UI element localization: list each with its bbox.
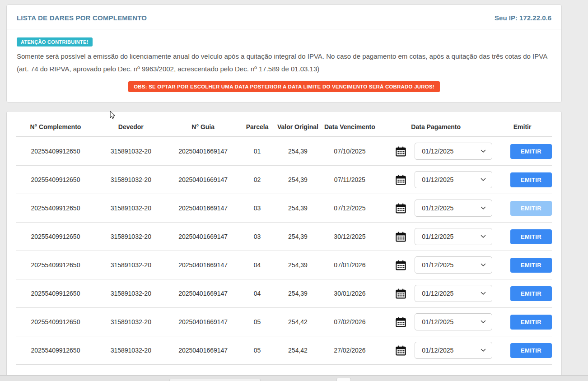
- calendar-icon[interactable]: [395, 316, 406, 328]
- chevron-down-icon: [481, 292, 486, 295]
- cell-guia: 20250401669147: [167, 148, 239, 155]
- header-devedor: Devedor: [95, 123, 167, 130]
- cell-complemento: 20255409912650: [16, 176, 95, 183]
- header-guia: N° Guia: [167, 123, 239, 130]
- cell-vencimento: 07/10/2025: [320, 148, 379, 155]
- cell-valor: 254,39: [275, 204, 321, 212]
- cell-devedor: 315891032-20: [95, 148, 167, 155]
- chevron-down-icon: [481, 348, 486, 352]
- cell-devedor: 315891032-20: [95, 290, 167, 297]
- payment-date-value: 01/12/2025: [422, 261, 453, 269]
- emitir-button[interactable]: EMITIR: [510, 229, 552, 244]
- calendar-icon[interactable]: [395, 231, 406, 242]
- calendar-icon[interactable]: [395, 260, 406, 271]
- cell-vencimento: 27/02/2026: [320, 347, 379, 354]
- table-row: 20255409912650 315891032-20 202504016691…: [16, 279, 552, 308]
- payment-date-select[interactable]: 01/12/2025: [415, 256, 492, 274]
- cell-valor: 254,42: [275, 318, 321, 325]
- emitir-button[interactable]: EMITIR: [510, 258, 552, 273]
- cell-guia: 20250401669147: [167, 318, 239, 325]
- cell-complemento: 20255409912650: [16, 233, 95, 240]
- chevron-down-icon: [481, 320, 486, 324]
- cell-vencimento: 07/11/2025: [320, 176, 379, 183]
- chevron-down-icon: [481, 235, 486, 238]
- calendar-icon[interactable]: [395, 345, 406, 356]
- payment-date-select[interactable]: 01/12/2025: [415, 313, 492, 330]
- payment-date-select[interactable]: 01/12/2025: [415, 285, 492, 302]
- cell-devedor: 315891032-20: [95, 176, 167, 183]
- cell-parcela: 05: [239, 318, 275, 325]
- cell-vencimento: 07/12/2025: [320, 204, 379, 212]
- cell-parcela: 01: [239, 148, 275, 155]
- payment-date-value: 01/12/2025: [422, 318, 453, 325]
- cell-devedor: 315891032-20: [95, 204, 167, 212]
- cell-vencimento: 07/01/2026: [320, 261, 379, 269]
- cell-parcela: 03: [239, 204, 275, 212]
- cell-valor: 254,39: [275, 233, 321, 240]
- notice-text: Somente será possível a emissão do licen…: [17, 50, 551, 75]
- below-fold-section: [0, 375, 588, 381]
- emitir-button[interactable]: EMITIR: [510, 201, 552, 216]
- cell-devedor: 315891032-20: [95, 261, 167, 269]
- payment-date-value: 01/12/2025: [422, 233, 453, 240]
- cell-guia: 20250401669147: [167, 347, 239, 354]
- calendar-icon[interactable]: [395, 174, 406, 186]
- page-title: LISTA DE DARES POR COMPLEMENTO: [17, 14, 147, 22]
- payment-date-select[interactable]: 01/12/2025: [415, 171, 492, 188]
- cell-complemento: 20255409912650: [16, 204, 95, 212]
- chevron-down-icon: [481, 206, 486, 210]
- cell-complemento: 20255409912650: [16, 261, 95, 269]
- emitir-button[interactable]: EMITIR: [510, 172, 552, 187]
- calendar-icon[interactable]: [395, 146, 406, 157]
- cell-complemento: 20255409912650: [16, 347, 95, 354]
- payment-date-select[interactable]: 01/12/2025: [415, 342, 492, 359]
- calendar-icon[interactable]: [395, 203, 406, 214]
- emitir-button[interactable]: EMITIR: [510, 286, 552, 301]
- cell-valor: 254,39: [275, 148, 321, 155]
- chevron-down-icon: [481, 263, 486, 267]
- table-header-row: N° Complemento Devedor N° Guia Parcela V…: [16, 120, 552, 137]
- divider: [7, 29, 561, 29]
- table-body: 20255409912650 315891032-20 202504016691…: [16, 137, 552, 365]
- payment-date-value: 01/12/2025: [422, 176, 453, 183]
- cell-parcela: 04: [239, 290, 275, 297]
- emitir-button[interactable]: EMITIR: [510, 343, 552, 358]
- payment-date-value: 01/12/2025: [422, 290, 453, 297]
- calendar-icon[interactable]: [395, 288, 406, 299]
- cell-devedor: 315891032-20: [95, 318, 167, 325]
- cell-guia: 20250401669147: [167, 176, 239, 183]
- cell-guia: 20250401669147: [167, 204, 239, 212]
- table-row: 20255409912650 315891032-20 202504016691…: [16, 194, 552, 223]
- payment-date-select[interactable]: 01/12/2025: [415, 228, 492, 245]
- cell-valor: 254,39: [275, 261, 321, 269]
- header-vencimento: Data Vencimento: [320, 123, 379, 130]
- cell-guia: 20250401669147: [167, 233, 239, 240]
- table-row: 20255409912650 315891032-20 202504016691…: [16, 166, 552, 194]
- cell-valor: 254,39: [275, 176, 321, 183]
- payment-date-select[interactable]: 01/12/2025: [415, 143, 492, 160]
- header-emitir: Emitir: [493, 123, 552, 130]
- cell-valor: 254,42: [275, 347, 321, 354]
- header-valor: Valor Original: [275, 123, 321, 130]
- cell-parcela: 04: [239, 261, 275, 269]
- table-row: 20255409912650 315891032-20 202504016691…: [16, 223, 552, 251]
- header-card: LISTA DE DARES POR COMPLEMENTO Seu IP: 1…: [6, 5, 562, 102]
- cutoff-button: [336, 378, 351, 381]
- cell-guia: 20250401669147: [167, 290, 239, 297]
- cell-complemento: 20255409912650: [16, 290, 95, 297]
- header-complemento: N° Complemento: [16, 123, 95, 130]
- chevron-down-icon: [481, 149, 486, 153]
- cutoff-input: [169, 379, 261, 381]
- attention-badge: ATENÇÃO CONTRIBUINTE!: [17, 37, 93, 46]
- emitir-button[interactable]: EMITIR: [510, 315, 552, 330]
- table-row: 20255409912650 315891032-20 202504016691…: [16, 336, 552, 365]
- payment-date-select[interactable]: 01/12/2025: [415, 200, 492, 217]
- cell-devedor: 315891032-20: [95, 233, 167, 240]
- payment-date-value: 01/12/2025: [422, 347, 453, 354]
- emitir-button[interactable]: EMITIR: [510, 144, 552, 159]
- payment-date-value: 01/12/2025: [422, 204, 453, 212]
- table-row: 20255409912650 315891032-20 202504016691…: [16, 308, 552, 336]
- cell-parcela: 05: [239, 347, 275, 354]
- ip-label: Seu IP: 172.22.0.6: [495, 14, 551, 22]
- cell-parcela: 03: [239, 233, 275, 240]
